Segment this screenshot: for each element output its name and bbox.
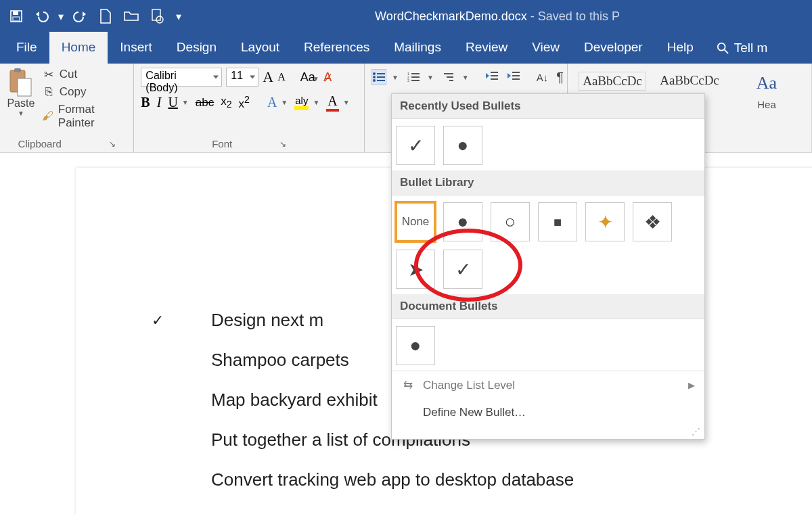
tab-design[interactable]: Design xyxy=(164,32,229,64)
bullet-disc[interactable]: ● xyxy=(443,126,482,165)
tab-insert[interactable]: Insert xyxy=(108,32,164,64)
highlight-button[interactable]: aly xyxy=(294,95,309,110)
chevron-down-icon xyxy=(250,76,255,79)
document-name: WordCheckmarkDemo.docx xyxy=(375,9,527,23)
svg-rect-28 xyxy=(512,72,520,73)
clipboard-launcher[interactable]: ↘ xyxy=(109,139,116,149)
bullet-none[interactable]: None xyxy=(396,202,435,241)
new-doc-icon[interactable] xyxy=(93,4,118,28)
qat-customize-dropdown[interactable]: ▾ xyxy=(171,4,187,28)
indent-icon: ⇆ xyxy=(401,378,415,392)
shrink-font-button[interactable]: A xyxy=(277,71,286,83)
list-item[interactable]: Convert tracking web app to desktop data… xyxy=(211,469,780,490)
font-size-combo[interactable]: 11 xyxy=(226,68,258,87)
svg-rect-26 xyxy=(491,75,498,76)
tell-me-search[interactable]: Tell m xyxy=(706,32,779,64)
underline-dropdown[interactable]: ▼ xyxy=(182,99,189,106)
change-list-level[interactable]: ⇆ Change List Level ▶ xyxy=(392,371,704,399)
tab-developer[interactable]: Developer xyxy=(572,32,655,64)
section-document-bullets: Document Bullets xyxy=(392,294,704,319)
font-launcher[interactable]: ↘ xyxy=(279,139,286,149)
tab-view[interactable]: View xyxy=(520,32,572,64)
search-icon xyxy=(717,42,729,54)
scissors-icon: ✂ xyxy=(42,68,55,80)
redo-icon[interactable] xyxy=(68,4,92,28)
svg-rect-21 xyxy=(411,80,420,81)
svg-rect-19 xyxy=(411,76,420,78)
font-color-button[interactable]: A xyxy=(326,93,338,112)
svg-rect-1 xyxy=(13,11,18,15)
bullets-button[interactable] xyxy=(371,69,386,85)
bullet-circle[interactable]: ○ xyxy=(491,202,530,241)
decrease-indent-button[interactable] xyxy=(485,70,499,84)
bullet-checkmark[interactable]: ✓ xyxy=(443,250,482,289)
define-new-bullet[interactable]: Define New Bullet… xyxy=(392,399,704,426)
checkmark-icon: ✓ xyxy=(152,312,164,329)
print-preview-icon[interactable] xyxy=(145,4,169,28)
bullets-dropdown-panel: Recently Used Bullets ✓ ● Bullet Library… xyxy=(391,93,705,440)
tab-file[interactable]: File xyxy=(4,32,49,64)
svg-rect-2 xyxy=(13,17,20,21)
svg-rect-25 xyxy=(491,72,498,73)
font-name-combo[interactable]: Calibri (Body) xyxy=(141,68,222,87)
clipboard-icon xyxy=(8,68,34,97)
undo-icon[interactable] xyxy=(30,4,54,28)
bold-button[interactable]: B xyxy=(141,95,150,110)
italic-button[interactable]: I xyxy=(157,95,162,110)
svg-rect-22 xyxy=(444,73,453,74)
underline-button[interactable]: U xyxy=(168,95,177,110)
bullet-disc[interactable]: ● xyxy=(443,202,482,241)
numbering-button[interactable]: 123 xyxy=(407,69,422,85)
copy-button[interactable]: ⎘ Copy xyxy=(42,85,127,99)
undo-dropdown[interactable]: ▾ xyxy=(55,4,66,28)
bullets-dropdown[interactable]: ▼ xyxy=(392,74,399,81)
svg-rect-9 xyxy=(18,78,31,96)
window-title: WordCheckmarkDemo.docx - Saved to this P xyxy=(187,9,808,24)
superscript-button[interactable]: x2 xyxy=(239,94,250,111)
section-recent-bullets: Recently Used Bullets xyxy=(392,94,704,119)
save-status: Saved to this P xyxy=(538,9,620,23)
multilevel-list-button[interactable] xyxy=(442,69,457,85)
tab-help[interactable]: Help xyxy=(655,32,706,64)
bullet-checkmark[interactable]: ✓ xyxy=(396,126,435,165)
svg-rect-23 xyxy=(447,76,453,78)
grow-font-button[interactable]: A xyxy=(263,68,273,86)
style-heading1[interactable]: Aa Hea xyxy=(733,72,800,110)
svg-point-4 xyxy=(156,16,163,23)
change-case-button[interactable]: Aa▼ xyxy=(300,70,319,85)
open-folder-icon[interactable] xyxy=(119,4,143,28)
resize-grip-icon[interactable]: ⋰ xyxy=(392,426,704,439)
group-font: Calibri (Body) 11 A A Aa▼ A̷ B I U▼ abc … xyxy=(134,64,365,152)
strikethrough-button[interactable]: abc xyxy=(196,96,214,110)
bullet-disc[interactable]: ● xyxy=(396,326,435,365)
tab-mailings[interactable]: Mailings xyxy=(382,32,453,64)
tab-home[interactable]: Home xyxy=(49,32,108,64)
show-marks-button[interactable]: ¶ xyxy=(556,70,564,85)
format-painter-button[interactable]: 🖌 Format Painter xyxy=(42,103,127,130)
increase-indent-button[interactable] xyxy=(507,70,520,84)
cut-button[interactable]: ✂ Cut xyxy=(42,68,127,81)
copy-icon: ⎘ xyxy=(42,86,55,98)
bullet-diamond-cluster[interactable]: ❖ xyxy=(633,202,672,241)
svg-rect-11 xyxy=(377,73,385,74)
text-effects-button[interactable]: A xyxy=(267,95,277,110)
subscript-button[interactable]: x2 xyxy=(221,95,231,110)
svg-rect-13 xyxy=(377,76,385,78)
bullet-square[interactable]: ■ xyxy=(538,202,577,241)
group-label-clipboard: Clipboard xyxy=(18,138,62,149)
sort-button[interactable]: A↓ xyxy=(537,72,549,83)
bullet-star[interactable]: ✦ xyxy=(585,202,625,241)
tab-layout[interactable]: Layout xyxy=(229,32,292,64)
bullet-arrowhead[interactable]: ➤ xyxy=(396,250,435,289)
save-icon[interactable] xyxy=(4,4,28,28)
clear-formatting-button[interactable]: A̷ xyxy=(323,70,332,85)
svg-point-14 xyxy=(373,79,376,82)
svg-line-6 xyxy=(724,50,727,53)
paintbrush-icon: 🖌 xyxy=(42,110,54,122)
tab-review[interactable]: Review xyxy=(453,32,520,64)
svg-rect-17 xyxy=(411,73,420,74)
chevron-right-icon: ▶ xyxy=(688,380,695,390)
tab-references[interactable]: References xyxy=(292,32,382,64)
svg-text:3: 3 xyxy=(407,78,409,83)
paste-button[interactable]: Paste ▼ xyxy=(7,68,35,117)
